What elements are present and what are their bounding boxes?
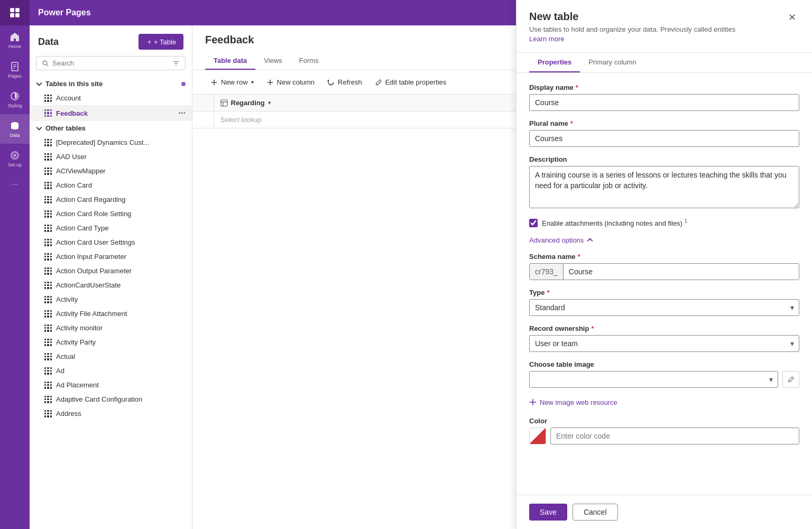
display-name-label: Display name *: [529, 83, 799, 91]
close-panel-button[interactable]: ✕: [785, 11, 799, 24]
list-item[interactable]: Action Output Parameter: [30, 264, 192, 278]
form-group-display-name: Display name *: [529, 83, 799, 111]
row-check: [192, 112, 214, 128]
cancel-button[interactable]: Cancel: [573, 504, 618, 521]
record-ownership-select-wrapper: User or team Organization ▾: [529, 335, 799, 352]
new-image-resource-button[interactable]: New image web resource: [529, 396, 617, 409]
grid-icon: [44, 210, 52, 218]
nav-home[interactable]: Home: [0, 25, 30, 55]
nav-styling[interactable]: Styling: [0, 85, 30, 114]
table-header-regarding[interactable]: Regarding ▾: [214, 95, 534, 112]
grid-icon: [44, 153, 52, 161]
list-item[interactable]: Activity: [30, 292, 192, 307]
table-item-feedback[interactable]: Feedback ···: [30, 105, 192, 121]
plus-icon: [529, 398, 537, 406]
grid-icon: [44, 225, 52, 232]
nav-more[interactable]: ...: [11, 178, 18, 187]
form-group-plural-name: Plural name *: [529, 119, 799, 147]
form-group-record-ownership: Record ownership * User or team Organiza…: [529, 324, 799, 352]
table-more-button[interactable]: ···: [179, 108, 186, 118]
color-input[interactable]: [550, 428, 799, 444]
record-ownership-select[interactable]: User or team Organization: [529, 335, 799, 352]
edit-icon: [375, 79, 382, 86]
nav-data[interactable]: Data: [0, 114, 30, 144]
list-item[interactable]: Actual: [30, 349, 192, 364]
form-group-schema-name: Schema name * cr793_: [529, 253, 799, 280]
list-item[interactable]: Ad Placement: [30, 378, 192, 392]
table-header-check: [192, 95, 214, 112]
list-item[interactable]: ACIViewMapper: [30, 164, 192, 178]
learn-more-link[interactable]: Learn more: [529, 35, 564, 43]
nav-setup[interactable]: Set up: [0, 144, 30, 173]
record-ownership-label: Record ownership *: [529, 324, 799, 332]
grid-icon: [44, 339, 52, 346]
filter-icon[interactable]: [172, 60, 180, 67]
list-item[interactable]: Adaptive Card Configuration: [30, 392, 192, 406]
section-other-tables[interactable]: Other tables: [30, 121, 192, 135]
svg-line-12: [47, 64, 48, 66]
new-row-button[interactable]: New row ▾: [205, 76, 259, 89]
schema-input-group: cr793_: [529, 263, 799, 280]
refresh-button[interactable]: Refresh: [322, 76, 367, 89]
grid-icon: [44, 382, 52, 389]
pencil-icon: [787, 376, 795, 383]
search-icon: [42, 60, 49, 67]
nav-pages[interactable]: Pages: [0, 55, 30, 85]
color-swatch[interactable]: [529, 428, 546, 444]
panel-tab-primary-column[interactable]: Primary column: [580, 53, 644, 72]
add-table-button[interactable]: ＋ + Table: [139, 34, 183, 50]
advanced-options-toggle[interactable]: Advanced options: [529, 236, 799, 244]
list-item[interactable]: Address: [30, 406, 192, 421]
section-tables-in-site[interactable]: Tables in this site: [30, 77, 192, 91]
edit-table-button[interactable]: Edit table properties: [370, 76, 452, 89]
enable-attachments-checkbox[interactable]: [529, 219, 538, 227]
list-item[interactable]: Action Card User Settings: [30, 235, 192, 249]
table-item-account[interactable]: Account: [30, 91, 192, 105]
panel-subtitle: Use tables to hold and organize your dat…: [529, 25, 751, 44]
list-item[interactable]: Action Card Type: [30, 221, 192, 235]
panel-tab-properties[interactable]: Properties: [529, 53, 580, 72]
svg-rect-0: [10, 8, 14, 12]
chevron-down-icon: [36, 81, 42, 87]
list-item[interactable]: Action Card: [30, 178, 192, 192]
enable-attachments-label[interactable]: Enable attachments (including notes and …: [542, 218, 687, 227]
color-label: Color: [529, 417, 799, 425]
row-cell-regarding[interactable]: Select lookup: [214, 112, 534, 128]
refresh-icon: [327, 79, 335, 86]
list-item[interactable]: AAD User: [30, 150, 192, 164]
plural-name-input[interactable]: [529, 130, 799, 147]
list-item[interactable]: ActionCardUserState: [30, 278, 192, 292]
tab-table-data[interactable]: Table data: [205, 52, 255, 70]
list-item[interactable]: Action Input Parameter: [30, 249, 192, 264]
list-item[interactable]: Action Card Role Setting: [30, 207, 192, 221]
list-item[interactable]: Activity Party: [30, 335, 192, 349]
grid-icon: [44, 296, 52, 303]
grid-icon: [44, 182, 52, 189]
chevron-down-icon: [36, 125, 42, 132]
list-item[interactable]: Action Card Regarding: [30, 192, 192, 207]
plus-icon: [266, 79, 274, 86]
search-input[interactable]: [52, 59, 169, 67]
svg-rect-2: [10, 13, 14, 17]
type-select[interactable]: Standard Activity Virtual: [529, 299, 799, 316]
schema-name-input[interactable]: [564, 264, 799, 280]
save-button[interactable]: Save: [529, 504, 567, 521]
list-item[interactable]: Activity monitor: [30, 321, 192, 335]
form-group-color: Color: [529, 417, 799, 444]
left-navigation: Home Pages Styling Data Set up ...: [0, 0, 30, 529]
form-group-table-image: Choose table image ▾: [529, 360, 799, 388]
edit-image-button[interactable]: [782, 371, 799, 388]
tab-forms[interactable]: Forms: [291, 52, 327, 70]
list-item[interactable]: Ad: [30, 364, 192, 378]
list-item[interactable]: [Deprecated] Dynamics Cust...: [30, 135, 192, 150]
panel-header: New table Use tables to hold and organiz…: [516, 0, 812, 53]
list-item[interactable]: Activity File Attachment: [30, 307, 192, 321]
new-column-button[interactable]: New column: [261, 76, 320, 89]
description-textarea[interactable]: A training course is a series of lessons…: [529, 166, 799, 208]
new-row-chevron: ▾: [251, 79, 254, 85]
display-name-input[interactable]: [529, 94, 799, 111]
sidebar-header: Data ＋ + Table: [30, 25, 192, 56]
search-bar[interactable]: [36, 56, 186, 70]
table-image-select[interactable]: [529, 371, 778, 388]
tab-views[interactable]: Views: [255, 52, 290, 70]
